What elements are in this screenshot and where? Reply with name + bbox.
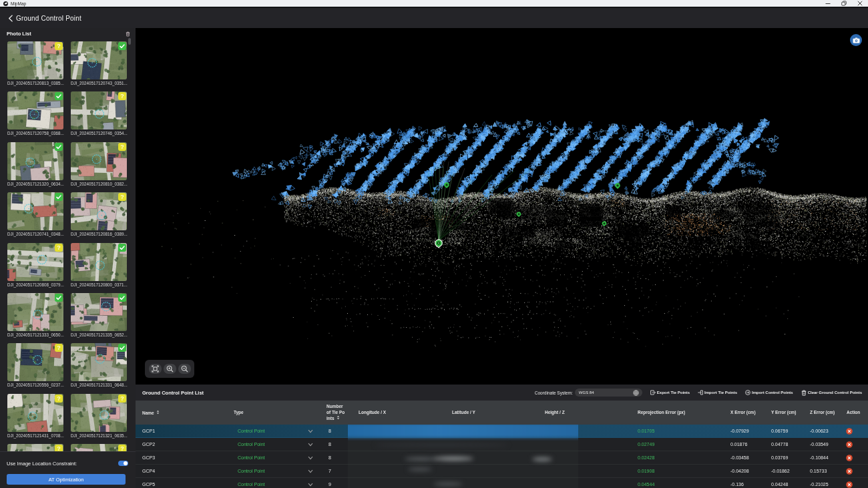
blur-blob (433, 457, 473, 461)
zoom-out-button[interactable] (178, 364, 191, 374)
chevron-down-icon[interactable] (308, 456, 313, 460)
photo-list-item[interactable]: DJI_20240517121320_0634... (7, 142, 63, 188)
type-dropdown-chevron[interactable] (308, 483, 313, 487)
fit-view-button[interactable] (149, 364, 162, 374)
at-optimization-button[interactable]: AT Optimization (7, 474, 126, 485)
import-tie-points-button[interactable]: Import Tie Points (698, 390, 737, 395)
type-dropdown-chevron[interactable] (308, 429, 313, 433)
photo-filename: DJI_20240517120743_0351... (71, 80, 130, 87)
gcp-type-select[interactable]: Control Point (238, 478, 264, 488)
chevron-down-icon[interactable] (308, 429, 313, 433)
sort-icon[interactable] (156, 410, 160, 415)
gcp-type-select[interactable]: Control Point (238, 451, 264, 465)
photo-trash-button[interactable] (126, 31, 130, 37)
photo-filename: DJI_20240517120746_0354... (71, 130, 130, 137)
photo-list-item[interactable]: ? (71, 444, 127, 451)
delete-gcp-button[interactable] (846, 455, 853, 461)
photo-thumbnail[interactable] (7, 142, 63, 180)
chevron-down-icon[interactable] (308, 443, 313, 447)
photo-thumbnail[interactable] (71, 293, 127, 331)
import-control-icon (745, 390, 750, 395)
photo-list-item[interactable]: ?DJI_20240517121321_0635... (71, 394, 127, 439)
photo-filename: DJI_20240517120816_0389... (71, 231, 130, 238)
photo-thumbnail[interactable] (7, 293, 63, 331)
column-header-name[interactable]: Name (142, 410, 160, 415)
gcp-y-error: 0.03769 (771, 451, 788, 465)
photo-list-item[interactable]: DJI_20240517121331_0648... (71, 343, 127, 389)
coordinate-system-input[interactable]: WGS 84 (575, 389, 642, 397)
photo-thumbnail[interactable]: ? (7, 41, 63, 79)
photo-thumbnail[interactable] (71, 41, 127, 79)
photo-list-item[interactable]: ?DJI_20240517121431_0708... (7, 394, 63, 439)
export-tie-points-button[interactable]: Export Tie Points (650, 390, 690, 395)
gcp-name: GCP5 (142, 478, 155, 488)
image-location-constraint-toggle[interactable] (118, 461, 128, 466)
zoom-in-button[interactable] (164, 364, 176, 374)
photo-thumbnail[interactable]: ? (7, 243, 63, 281)
redacted-selected-row-blur (348, 425, 578, 438)
photo-list-item[interactable]: DJI_20240517120741_0348... (7, 192, 63, 238)
delete-gcp-button[interactable] (846, 468, 853, 475)
photo-list-item[interactable]: DJI_20240517120800_0371... (71, 243, 127, 288)
point-cloud-viewport[interactable] (136, 28, 868, 385)
type-dropdown-chevron[interactable] (308, 443, 313, 447)
sort-icon[interactable] (337, 415, 340, 420)
chevron-down-icon[interactable] (308, 483, 313, 487)
photo-list-item[interactable]: ?DJI_20240517120813_0385... (7, 41, 63, 87)
photo-list-item[interactable]: DJI_20240517120758_0368... (7, 91, 63, 137)
close-button[interactable] (852, 0, 868, 7)
delete-gcp-button[interactable] (846, 481, 853, 488)
photo-thumbnail[interactable]: ? (7, 394, 63, 432)
screenshot-button[interactable] (850, 34, 862, 46)
photo-status-check-badge (118, 42, 126, 50)
gcp-type-select[interactable]: Control Point (238, 425, 264, 438)
maximize-button[interactable] (836, 0, 852, 7)
photo-list-item[interactable]: DJI_20240517120743_0351... (71, 41, 127, 87)
photo-list-scrollbar[interactable] (128, 38, 131, 45)
column-header-action: Action (847, 410, 860, 415)
photo-thumbnail[interactable]: ? (71, 142, 127, 180)
column-header-number[interactable]: Numberof Tie Points (327, 403, 345, 421)
type-dropdown-chevron[interactable] (308, 456, 313, 460)
gcp-type-select[interactable]: Control Point (238, 465, 264, 478)
blur-blob (408, 467, 432, 471)
photo-status-check-badge (118, 294, 126, 302)
photo-list-item[interactable]: ?DJI_20240517120816_0389... (71, 192, 127, 238)
chevron-down-icon[interactable] (308, 469, 313, 473)
delete-gcp-button[interactable] (846, 428, 853, 435)
photo-thumbnail[interactable] (7, 192, 63, 230)
delete-gcp-button[interactable] (846, 441, 853, 448)
photo-thumbnail[interactable] (71, 343, 127, 381)
gcp-name: GCP1 (142, 425, 155, 438)
photo-thumbnail[interactable] (7, 91, 63, 130)
import-control-points-button[interactable]: Import Control Points (745, 390, 793, 395)
gcp-y-error: -0.01862 (771, 465, 790, 478)
photo-thumbnail[interactable]: ? (71, 91, 127, 130)
photo-list-item[interactable]: ?DJI_20240517120746_0354... (71, 91, 127, 137)
minimize-button[interactable] (820, 0, 836, 7)
back-button[interactable] (8, 14, 13, 22)
gcp-table-header: NameTypeNumberof Tie PointsLongitude / X… (136, 401, 868, 425)
gcp-reprojection-error: 0.02428 (638, 451, 654, 465)
photo-thumbnail[interactable]: ? (7, 343, 63, 381)
type-dropdown-chevron[interactable] (308, 469, 313, 473)
photo-list-item[interactable]: ?DJI_20240517120810_0382... (71, 142, 127, 188)
photo-list-item[interactable]: DJI_20240517121335_0652... (71, 293, 127, 338)
check-icon (120, 44, 125, 49)
photo-thumbnail[interactable]: ? (71, 192, 127, 230)
gcp-tie-points: 8 (329, 438, 331, 451)
point-cloud-canvas[interactable] (136, 28, 868, 385)
clear-gcp-button[interactable]: Clear Ground Control Points (801, 390, 862, 396)
column-header-type: Type (234, 410, 244, 415)
column-header-latitude-y: Latitude / Y (452, 410, 475, 415)
photo-list-item[interactable]: ? (7, 444, 63, 451)
photo-thumbnail[interactable]: ? (71, 394, 127, 432)
photo-thumbnail[interactable]: ? (7, 444, 63, 451)
photo-list-item[interactable]: DJI_20240517121333_0650... (7, 293, 63, 338)
photo-thumbnail[interactable]: ? (71, 444, 127, 451)
remove-icon (846, 481, 853, 488)
photo-list-item[interactable]: ?DJI_20240517120556_0237... (7, 343, 63, 389)
photo-thumbnail[interactable] (71, 243, 127, 281)
photo-list-item[interactable]: ?DJI_20240517120808_0379... (7, 243, 63, 288)
gcp-type-select[interactable]: Control Point (238, 438, 264, 451)
